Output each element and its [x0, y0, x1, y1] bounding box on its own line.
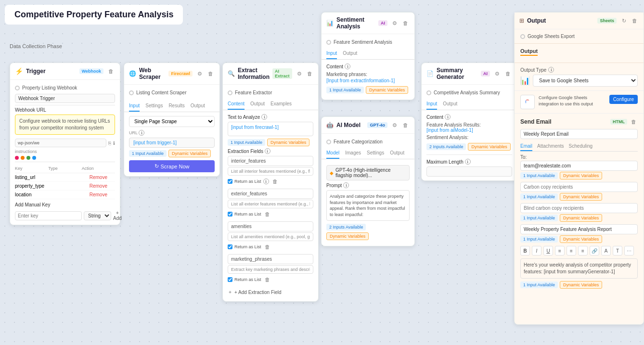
field-interior-delete[interactable]: 🗑	[271, 177, 280, 186]
field-interior-name[interactable]	[228, 156, 313, 166]
aimodel-tab-settings[interactable]: Settings	[367, 148, 384, 159]
scraper-tab-results[interactable]: Results	[168, 101, 184, 112]
model-select[interactable]: ◆ GPT-4o (High-intelligence flagship mod…	[326, 165, 410, 180]
field-amenities-name[interactable]	[228, 221, 313, 231]
fields-info-icon: ℹ	[265, 148, 270, 154]
add-field-btn[interactable]: ＋ + Add Extraction Field	[228, 287, 282, 297]
field-amenities-desc[interactable]	[228, 232, 313, 241]
aimodel-tab-output[interactable]: Output	[390, 148, 404, 159]
toolbar-bold[interactable]: B	[520, 246, 530, 256]
aimodel-dynamic-vars: Dynamic Variables	[326, 232, 369, 240]
extract-tab-output[interactable]: Output	[250, 99, 265, 110]
summary-tab-input[interactable]: Input	[426, 99, 437, 110]
field-marketing-delete[interactable]: 🗑	[263, 275, 272, 284]
add-field-icon: ＋	[228, 289, 232, 295]
toolbar-color[interactable]: A	[601, 246, 611, 256]
scrape-type-select[interactable]: Single Page Scrape	[129, 116, 215, 127]
max-length-input[interactable]	[426, 166, 512, 177]
aimodel-tab-images[interactable]: Images	[345, 148, 361, 159]
output-delete-btn[interactable]: 🗑	[630, 16, 639, 25]
prompt-text: Analyze and categorize these property fe…	[330, 194, 405, 217]
email-delete-btn[interactable]: 🗑	[629, 117, 638, 126]
extract-tab-content[interactable]: Content	[228, 99, 245, 110]
scraper-delete-btn[interactable]: 🗑	[206, 69, 215, 78]
extract-settings-btn[interactable]: ⚙	[295, 69, 304, 78]
field-interior-checkbox[interactable]	[228, 179, 232, 184]
info-webhook-btn[interactable]: ℹ	[113, 141, 115, 146]
prompt-box: Analyze and categorize these property fe…	[326, 190, 410, 221]
summary-delete-btn[interactable]: 🗑	[503, 69, 512, 78]
field-amenities-checkbox[interactable]	[228, 244, 232, 249]
summary-title: Summary Generator	[437, 67, 478, 80]
prompt-label: Prompt ℹ	[326, 182, 410, 188]
key-input[interactable]	[15, 211, 82, 220]
subject-input[interactable]	[520, 224, 638, 234]
extract-chips-row: 1 Input Available Dynamic Variables	[228, 139, 313, 146]
aimodel-tab-model[interactable]: Model	[326, 148, 339, 159]
field-exterior-desc[interactable]	[228, 200, 313, 208]
field-marketing-checkbox[interactable]	[228, 277, 232, 282]
copy-webhook-btn[interactable]: ⎘	[108, 141, 111, 146]
field-exterior-name[interactable]	[228, 189, 313, 199]
field-exterior-delete[interactable]: 🗑	[263, 210, 272, 218]
extract-tab-examples[interactable]: Examples	[270, 99, 292, 110]
summary-badge: AI	[481, 71, 490, 77]
sentiment-tab-input[interactable]: Input	[326, 48, 337, 59]
bcc-input[interactable]	[520, 203, 638, 213]
toolbar-more[interactable]: ⋯	[624, 246, 634, 256]
extract-card-header: 🔍 Extract Information AI Extract ⚙ 🗑	[223, 63, 318, 85]
scraper-settings-btn[interactable]: ⚙	[195, 69, 204, 78]
remove-location-btn[interactable]: Remove	[82, 192, 115, 197]
summary-analysis-name: Competitive Analysis Summary	[434, 90, 500, 95]
summary-name-row: Competitive Analysis Summary	[426, 89, 512, 97]
toolbar-list3[interactable]: ≡	[578, 246, 588, 256]
extract-name-body: Feature Extractor	[223, 85, 318, 99]
toolbar-list2[interactable]: ≡	[567, 246, 576, 256]
toolbar-list1[interactable]: ≡	[555, 246, 565, 256]
field-marketing-desc[interactable]	[228, 265, 313, 274]
email-tab-scheduling[interactable]: Scheduling	[569, 142, 592, 151]
sentiment-tab-output[interactable]: Output	[343, 48, 357, 59]
aimodel-delete-btn[interactable]: 🗑	[401, 121, 410, 129]
output-refresh-btn[interactable]: ↻	[619, 16, 628, 25]
email-name-input[interactable]	[520, 129, 638, 139]
sentiment-settings-btn[interactable]: ⚙	[390, 19, 399, 27]
to-input[interactable]	[520, 161, 638, 171]
cc-input[interactable]	[520, 182, 638, 192]
configure-btn[interactable]: Configure	[609, 95, 638, 104]
webhook-trigger-select[interactable]: Webhook Trigger	[15, 94, 115, 103]
scraper-tab-output[interactable]: Output	[191, 101, 205, 112]
add-key-btn[interactable]: + Add	[113, 210, 122, 221]
scraper-dynamic-vars: Dynamic Variables	[168, 150, 211, 157]
scraper-tab-input[interactable]: Input	[129, 101, 140, 112]
field-amenities-delete[interactable]: 🗑	[263, 243, 272, 251]
field-interior-desc[interactable]	[228, 167, 313, 176]
webhook-url-label: Webhook URL	[15, 107, 115, 113]
webhook-url-input[interactable]	[15, 139, 106, 147]
field-marketing-name[interactable]	[228, 254, 313, 264]
summary-tab-output[interactable]: Output	[443, 99, 457, 110]
email-tab-email[interactable]: Email	[520, 142, 532, 151]
summary-settings-btn[interactable]: ⚙	[493, 69, 502, 78]
sheets-select[interactable]: Save to Google Sheets	[533, 75, 638, 87]
toolbar-text[interactable]: T	[613, 246, 622, 256]
toolbar-link[interactable]: 🔗	[590, 246, 599, 256]
sentiment-delete-btn[interactable]: 🗑	[401, 19, 410, 27]
email-tab-attachments[interactable]: Attachments	[537, 142, 564, 151]
sentiment-content-body: Content ℹ Marketing phrases: [Input from…	[322, 60, 414, 100]
output-export-row: Google Sheets Export	[515, 29, 644, 44]
trigger-delete-btn[interactable]: 🗑	[106, 67, 115, 76]
extract-title: Extract Information	[238, 67, 270, 80]
extract-delete-btn[interactable]: 🗑	[306, 69, 314, 78]
remove-property-type-btn[interactable]: Remove	[82, 183, 115, 189]
aimodel-settings-btn[interactable]: ⚙	[390, 121, 399, 129]
remove-listing-url-btn[interactable]: Remove	[82, 175, 115, 180]
toolbar-italic[interactable]: I	[532, 246, 541, 256]
field-exterior-checkbox[interactable]	[228, 212, 232, 217]
scrape-now-btn[interactable]: ↻ Scrape Now	[129, 160, 215, 172]
text-input-box: [input from firecrawl-1]	[228, 122, 313, 136]
type-select[interactable]: String	[84, 211, 111, 220]
toolbar-underline[interactable]: U	[543, 246, 553, 256]
bcc-chips: 1 Input Available Dynamic Variables	[520, 214, 638, 222]
scraper-tab-settings[interactable]: Settings	[145, 101, 163, 112]
